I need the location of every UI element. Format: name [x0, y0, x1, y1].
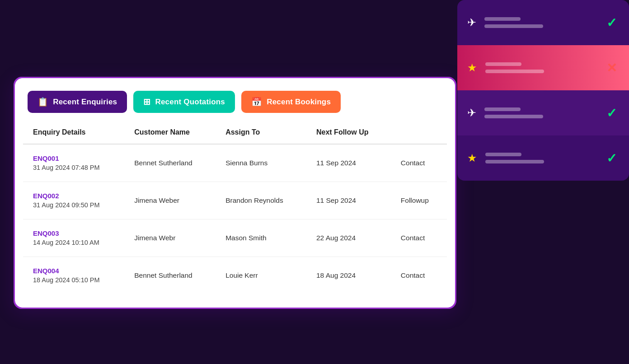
col-customer-name: Customer Name: [124, 121, 216, 144]
col-assign-to: Assign To: [216, 121, 306, 144]
enq-details-cell: ENQ004 18 Aug 2024 05:10 PM: [23, 257, 124, 294]
tab-bookings-label: Recent Bookings: [267, 98, 331, 107]
customer-name-cell: Jimena Weber: [124, 182, 216, 219]
enq-details-cell: ENQ003 14 Aug 2024 10:10 AM: [23, 219, 124, 257]
notif-line-short-3: [484, 107, 521, 111]
enq-date: 18 Aug 2024 05:10 PM: [33, 276, 100, 284]
notif-line-long-2: [485, 70, 544, 73]
tab-recent-quotations[interactable]: ⊞ Recent Quotations: [133, 91, 235, 113]
star-icon-4: ★: [467, 152, 477, 164]
tab-recent-enquiries[interactable]: 📋 Recent Enquiries: [28, 91, 127, 113]
enq-date: 14 Aug 2024 10:10 AM: [33, 239, 99, 246]
followup-cell: 11 Sep 2024: [306, 144, 391, 182]
col-enquiry-details: Enquiry Details: [23, 121, 124, 144]
bookings-icon: 📅: [251, 97, 262, 107]
followup-cell: 22 Aug 2024: [306, 219, 391, 257]
check-icon-4[interactable]: ✓: [604, 151, 619, 166]
notif-line-short-2: [485, 62, 521, 66]
notif-card-2[interactable]: ★ ✕: [457, 45, 629, 90]
notif-line-long-1: [484, 24, 543, 28]
col-status: [391, 121, 447, 144]
status-cell: Followup: [391, 182, 447, 219]
status-cell: Contact: [391, 144, 447, 182]
followup-cell: 18 Aug 2024: [306, 257, 391, 294]
tab-recent-bookings[interactable]: 📅 Recent Bookings: [241, 91, 341, 113]
status-cell: Contact: [391, 219, 447, 257]
quotations-icon: ⊞: [143, 97, 150, 107]
customer-name-cell: Bennet Sutherland: [124, 144, 216, 182]
notif-lines-2: [485, 62, 596, 73]
notif-card-3[interactable]: ✈ ✓: [457, 90, 629, 135]
notification-stack: ✈ ✓ ★ ✕ ✈ ✓ ★ ✓: [457, 0, 629, 181]
notif-lines-3: [484, 107, 596, 118]
notif-card-4[interactable]: ★ ✓: [457, 135, 629, 181]
enq-details-cell: ENQ001 31 Aug 2024 07:48 PM: [23, 144, 124, 182]
check-icon-1[interactable]: ✓: [604, 15, 619, 30]
notif-lines-4: [485, 153, 596, 163]
table-row[interactable]: ENQ001 31 Aug 2024 07:48 PM Bennet Suthe…: [23, 144, 447, 182]
enq-date: 31 Aug 2024 07:48 PM: [33, 164, 100, 171]
plane-icon-3: ✈: [467, 107, 476, 119]
enq-date: 31 Aug 2024 09:50 PM: [33, 201, 100, 209]
notif-lines-1: [484, 17, 596, 28]
enq-details-cell: ENQ002 31 Aug 2024 09:50 PM: [23, 182, 124, 219]
assign-to-cell: Sienna Burns: [216, 144, 306, 182]
main-card: 📋 Recent Enquiries ⊞ Recent Quotations 📅…: [14, 77, 456, 309]
assign-to-cell: Louie Kerr: [216, 257, 306, 294]
table-row[interactable]: ENQ003 14 Aug 2024 10:10 AM Jimena Webr …: [23, 219, 447, 257]
followup-cell: 11 Sep 2024: [306, 182, 391, 219]
check-icon-3[interactable]: ✓: [604, 106, 619, 121]
table-row[interactable]: ENQ002 31 Aug 2024 09:50 PM Jimena Weber…: [23, 182, 447, 219]
enquiries-table: Enquiry Details Customer Name Assign To …: [23, 121, 447, 294]
table-wrap: Enquiry Details Customer Name Assign To …: [15, 121, 455, 294]
table-header-row: Enquiry Details Customer Name Assign To …: [23, 121, 447, 144]
cross-icon-2[interactable]: ✕: [604, 61, 619, 75]
customer-name-cell: Bennet Sutherland: [124, 257, 216, 294]
plane-icon-1: ✈: [467, 16, 476, 29]
status-cell: Contact: [391, 257, 447, 294]
tabs-row: 📋 Recent Enquiries ⊞ Recent Quotations 📅…: [15, 78, 455, 113]
enq-id: ENQ004: [33, 267, 114, 275]
enq-id: ENQ001: [33, 154, 114, 162]
assign-to-cell: Brandon Reynolds: [216, 182, 306, 219]
enq-id: ENQ003: [33, 229, 114, 237]
col-next-followup: Next Follow Up: [306, 121, 391, 144]
notif-line-long-4: [485, 160, 544, 163]
table-row[interactable]: ENQ004 18 Aug 2024 05:10 PM Bennet Suthe…: [23, 257, 447, 294]
tab-enquiries-label: Recent Enquiries: [53, 98, 117, 107]
assign-to-cell: Mason Smith: [216, 219, 306, 257]
customer-name-cell: Jimena Webr: [124, 219, 216, 257]
notif-line-short-1: [484, 17, 521, 21]
star-icon-2: ★: [467, 61, 477, 74]
enq-id: ENQ002: [33, 192, 114, 200]
tab-quotations-label: Recent Quotations: [155, 98, 225, 107]
enquiries-icon: 📋: [38, 97, 48, 107]
notif-line-short-4: [485, 153, 521, 156]
notif-line-long-3: [484, 115, 543, 118]
notif-card-1[interactable]: ✈ ✓: [457, 0, 629, 45]
